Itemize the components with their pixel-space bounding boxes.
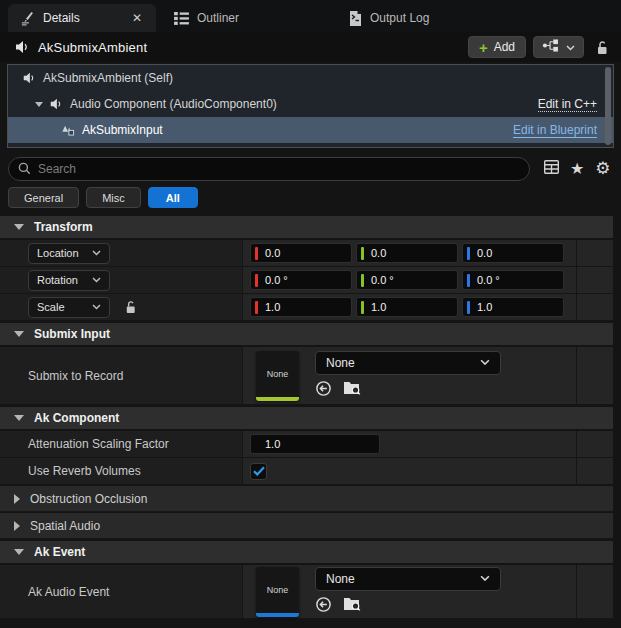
section-ak-event[interactable]: Ak Event xyxy=(0,541,613,565)
section-expanded-icon xyxy=(14,415,24,421)
use-selected-asset-icon[interactable] xyxy=(315,380,332,401)
y-axis-bar xyxy=(361,247,364,260)
submix-thumbnail-label: None xyxy=(256,351,299,397)
edit-in-cpp-link[interactable]: Edit in C++ xyxy=(538,97,597,112)
chevron-down-icon xyxy=(480,359,490,366)
submix-to-record-label: Submix to Record xyxy=(28,369,123,383)
component-tree: AkSubmixAmbient (Self) Audio Component (… xyxy=(7,64,614,148)
submix-asset-thumbnail[interactable]: None xyxy=(256,351,299,401)
favorites-star-icon[interactable]: ★ xyxy=(570,161,584,177)
row-submix-to-record: Submix to Record None None xyxy=(0,347,613,405)
scale-type-dropdown[interactable]: Scale xyxy=(28,297,110,318)
chevron-down-icon xyxy=(92,304,101,310)
chevron-down-icon xyxy=(92,277,101,283)
chevron-down-icon xyxy=(92,250,101,256)
location-z-field[interactable]: 0.0 xyxy=(462,243,564,263)
event-asset-dropdown[interactable]: None xyxy=(315,567,501,591)
browse-to-asset-icon[interactable] xyxy=(343,596,362,616)
scale-y-field[interactable]: 1.0 xyxy=(356,297,458,317)
filter-all-button[interactable]: All xyxy=(148,187,198,208)
unlock-icon[interactable] xyxy=(591,40,613,55)
row-tail xyxy=(576,347,613,404)
scale-x-value: 1.0 xyxy=(265,301,280,313)
scale-z-value: 1.0 xyxy=(477,301,492,313)
search-icon xyxy=(18,162,31,175)
row-tail xyxy=(576,294,613,320)
check-icon xyxy=(253,466,265,476)
submix-type-underline xyxy=(256,397,299,401)
close-icon[interactable]: ✕ xyxy=(130,11,144,25)
scale-z-field[interactable]: 1.0 xyxy=(462,297,564,317)
use-selected-asset-icon[interactable] xyxy=(315,596,332,617)
tree-row-aksubmixinput[interactable]: AkSubmixInput Edit in Blueprint xyxy=(8,117,613,143)
section-spatial-audio[interactable]: Spatial Audio xyxy=(0,513,613,539)
section-collapsed-icon xyxy=(14,521,20,531)
row-attenuation-scaling: Attenuation Scaling Factor 1.0 xyxy=(0,431,613,458)
row-tail xyxy=(576,240,613,266)
section-expanded-icon xyxy=(14,549,24,555)
row-tail xyxy=(576,565,613,618)
tree-row-audio-component[interactable]: Audio Component (AudioComponent0) Edit i… xyxy=(8,91,613,117)
submix-asset-dropdown-label: None xyxy=(326,356,355,370)
settings-gear-icon[interactable]: ⚙ xyxy=(595,160,610,177)
section-ak-component-title: Ak Component xyxy=(34,411,119,425)
z-axis-bar xyxy=(467,274,470,287)
section-obstruction-occlusion[interactable]: Obstruction Occlusion xyxy=(0,486,613,512)
tab-outliner-label: Outliner xyxy=(197,11,239,25)
location-dropdown-label: Location xyxy=(37,247,79,259)
event-asset-thumbnail[interactable]: None xyxy=(256,567,299,617)
section-collapsed-icon xyxy=(14,494,20,504)
filter-general-button[interactable]: General xyxy=(8,187,79,208)
location-y-field[interactable]: 0.0 xyxy=(356,243,458,263)
y-axis-bar xyxy=(361,274,364,287)
rotation-z-field[interactable]: 0.0 ° xyxy=(462,270,564,290)
search-box[interactable] xyxy=(8,157,530,181)
filter-misc-button[interactable]: Misc xyxy=(86,187,141,208)
tab-bar: Details ✕ Outliner Output Log xyxy=(0,0,621,32)
search-input[interactable] xyxy=(38,162,520,176)
add-button[interactable]: + Add xyxy=(468,36,526,58)
tree-scrollbar[interactable] xyxy=(605,67,611,145)
chevron-down-icon xyxy=(480,575,490,582)
rotation-y-field[interactable]: 0.0 ° xyxy=(356,270,458,290)
tab-outliner[interactable]: Outliner xyxy=(162,4,251,32)
submix-input-icon xyxy=(60,122,75,139)
rotation-x-field[interactable]: 0.0 ° xyxy=(250,270,352,290)
scale-x-field[interactable]: 1.0 xyxy=(250,297,352,317)
row-tail xyxy=(576,431,613,457)
expander-down-icon[interactable] xyxy=(35,102,43,107)
attenuation-field[interactable]: 1.0 xyxy=(250,434,380,454)
section-spatial-audio-title: Spatial Audio xyxy=(30,519,100,533)
section-ak-component[interactable]: Ak Component xyxy=(0,407,613,431)
location-x-field[interactable]: 0.0 xyxy=(250,243,352,263)
tab-details[interactable]: Details ✕ xyxy=(8,4,156,32)
tab-output-log[interactable]: Output Log xyxy=(337,4,441,32)
edit-in-blueprint-link[interactable]: Edit in Blueprint xyxy=(513,123,597,138)
tree-row-self-label: AkSubmixAmbient (Self) xyxy=(43,71,173,85)
display-grid-icon[interactable] xyxy=(544,160,559,178)
submix-asset-dropdown[interactable]: None xyxy=(315,351,501,375)
z-axis-bar xyxy=(467,301,470,314)
convert-to-blueprint-button[interactable] xyxy=(533,36,584,58)
output-log-icon xyxy=(349,11,362,26)
rotation-type-dropdown[interactable]: Rotation xyxy=(28,270,110,291)
tree-row-self[interactable]: AkSubmixAmbient (Self) xyxy=(8,65,613,91)
speaker-icon xyxy=(14,39,30,55)
tab-details-label: Details xyxy=(43,11,122,25)
plus-icon: + xyxy=(479,40,488,55)
use-reverb-volumes-checkbox[interactable] xyxy=(250,463,267,480)
browse-to-asset-icon[interactable] xyxy=(343,380,362,400)
section-submix-input[interactable]: Submix Input xyxy=(0,323,613,347)
section-transform[interactable]: Transform xyxy=(0,216,613,240)
section-expanded-icon xyxy=(14,331,24,337)
outliner-icon xyxy=(174,12,189,25)
reverb-label: Use Reverb Volumes xyxy=(28,464,141,478)
location-z-value: 0.0 xyxy=(477,247,492,259)
scale-unlock-icon[interactable] xyxy=(124,300,137,314)
x-axis-bar xyxy=(255,301,258,314)
location-type-dropdown[interactable]: Location xyxy=(28,243,110,264)
page-title: AkSubmixAmbient xyxy=(38,40,147,55)
event-type-underline xyxy=(256,613,299,617)
attenuation-value: 1.0 xyxy=(265,438,280,450)
row-rotation: Rotation 0.0 ° 0.0 ° 0.0 ° xyxy=(0,267,613,294)
